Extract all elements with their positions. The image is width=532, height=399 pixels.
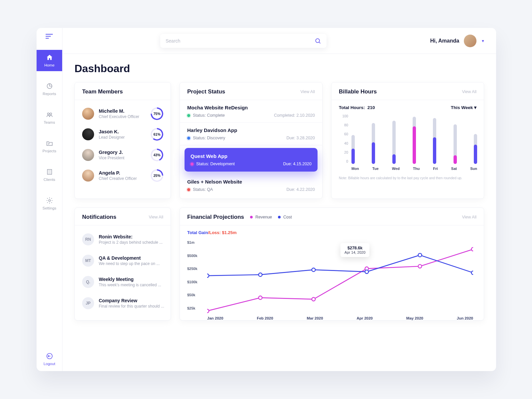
home-icon <box>46 54 53 61</box>
gain-loss-summary: Total Gain/Loss: $1.25m <box>180 225 484 235</box>
card-title: Project Status <box>187 88 225 95</box>
notifications-card: Notifications View All RN Ronin Website:… <box>74 207 171 321</box>
bar <box>372 123 375 164</box>
billable-hours-card: Billable Hours View All Total Hours: 210… <box>331 82 484 199</box>
progress-ring: 61% <box>151 128 163 141</box>
project-status: Status: Complete <box>187 113 225 118</box>
bar <box>474 134 477 164</box>
project-due: Due: 4.15.2020 <box>283 162 312 166</box>
card-title: Financial Projections <box>187 214 244 220</box>
svg-point-9 <box>312 298 316 301</box>
progress-ring: 25% <box>151 169 163 182</box>
building-icon <box>46 168 53 176</box>
progress-ring: 43% <box>151 149 163 161</box>
notification-row[interactable]: MT QA & Development We need to step up t… <box>82 250 163 271</box>
progress-ring: 75% <box>151 107 163 120</box>
member-role: Chief Executive Officer <box>99 114 151 119</box>
greeting: Hi, Amanda <box>430 38 459 44</box>
svg-point-7 <box>207 309 209 313</box>
member-role: Vice President <box>99 156 151 160</box>
total-hours-label: Total Hours: 210 <box>339 105 375 110</box>
project-row[interactable]: Mocha Website ReDesign Status: Complete … <box>180 100 322 123</box>
team-member-row[interactable]: Jason K. Lead Designer 61% <box>82 124 163 145</box>
bar <box>433 118 436 164</box>
billable-chart: 100806040200 MonTueWedThuFriSatSun <box>332 112 484 174</box>
svg-point-12 <box>471 247 473 251</box>
sidebar-item-settings[interactable]: Settings <box>37 193 62 214</box>
svg-point-13 <box>207 274 209 278</box>
content: Dashboard Team Members Michelle M. Chief… <box>63 54 496 371</box>
sidebar-item-clients[interactable]: Clients <box>37 164 62 186</box>
view-all-link[interactable]: View All <box>462 215 476 219</box>
sidebar-item-teams[interactable]: Teams <box>37 107 62 128</box>
member-photo <box>82 170 94 182</box>
notification-text: Final review for this quarter should ... <box>99 304 164 309</box>
notification-row[interactable]: Q. Weekly Meeting This week's meeting is… <box>82 271 163 293</box>
notification-row[interactable]: JP Company Review Final review for this … <box>82 293 163 314</box>
bar <box>413 117 416 164</box>
svg-point-1 <box>47 113 49 115</box>
search-box[interactable] <box>160 34 327 48</box>
logout-button[interactable]: Logout <box>44 352 55 366</box>
team-members-card: Team Members Michelle M. Chief Executive… <box>74 82 171 199</box>
sidebar-item-projects[interactable]: Projects <box>37 136 62 157</box>
project-row[interactable]: Giles + Nelson Website Status: QA Due: 4… <box>180 174 322 197</box>
notification-text: Project is 2 days behind schedule ... <box>99 240 163 245</box>
member-name: Michelle M. <box>99 108 151 114</box>
sidebar-label: Settings <box>43 206 57 210</box>
logout-icon <box>46 352 53 360</box>
main: Hi, Amanda ▼ Dashboard Team Members Mich… <box>63 28 496 371</box>
menu-toggle-icon[interactable] <box>46 34 54 39</box>
svg-rect-3 <box>47 170 52 175</box>
piechart-icon <box>46 82 53 90</box>
folder-icon <box>46 140 53 147</box>
range-dropdown[interactable]: This Week ▾ <box>451 105 476 110</box>
svg-point-6 <box>316 39 320 43</box>
project-name: Giles + Nelson Website <box>187 179 315 185</box>
svg-point-16 <box>365 270 369 274</box>
project-status: Status: Development <box>191 162 235 166</box>
notification-text: We need to step up the pace on ... <box>99 261 160 266</box>
sidebar-item-reports[interactable]: Reports <box>37 78 62 100</box>
logout-label: Logout <box>44 362 55 366</box>
financial-chart: $1m$500k$250k$100k$50k$25k Jan 2020Feb 2… <box>187 237 476 320</box>
svg-point-18 <box>471 271 473 275</box>
notification-badge: JP <box>82 297 94 309</box>
view-all-link[interactable]: View All <box>300 89 315 94</box>
svg-point-2 <box>50 113 52 115</box>
card-title: Team Members <box>82 88 123 95</box>
project-name: Mocha Website ReDesign <box>187 105 315 110</box>
view-all-link[interactable]: View All <box>149 215 163 219</box>
sidebar-label: Home <box>44 63 55 67</box>
card-title: Notifications <box>82 214 116 220</box>
project-row[interactable]: Quest Web App Status: Development Due: 4… <box>185 148 318 172</box>
notification-row[interactable]: RN Ronin Website: Project is 2 days behi… <box>82 229 163 250</box>
sidebar-label: Projects <box>43 149 57 153</box>
search-icon <box>315 38 321 44</box>
user-menu[interactable]: Hi, Amanda ▼ <box>430 35 485 47</box>
sidebar: Home Reports Teams Projects Clients Sett… <box>37 28 63 371</box>
svg-point-8 <box>259 296 262 300</box>
topbar: Hi, Amanda ▼ <box>63 28 496 54</box>
member-name: Angela P. <box>99 170 151 176</box>
team-member-row[interactable]: Gregory J. Vice President 43% <box>82 145 163 165</box>
sidebar-nav: Home Reports Teams Projects Clients Sett… <box>37 50 62 214</box>
page-title: Dashboard <box>74 63 484 75</box>
team-member-row[interactable]: Michelle M. Chief Executive Officer 75% <box>82 103 163 124</box>
member-role: Chief Creative Officer <box>99 176 151 181</box>
project-row[interactable]: Harley Davidson App Status: Discovery Du… <box>180 123 322 145</box>
sidebar-item-home[interactable]: Home <box>37 50 62 71</box>
view-all-link[interactable]: View All <box>462 89 476 94</box>
member-name: Jason K. <box>99 129 151 134</box>
search-input[interactable] <box>166 38 315 44</box>
member-photo <box>82 108 94 120</box>
member-photo <box>82 128 94 140</box>
gear-icon <box>46 197 53 204</box>
svg-point-11 <box>418 265 422 268</box>
chart-note: Note: Billable hours are calculated by t… <box>332 174 484 185</box>
app-shell: Home Reports Teams Projects Clients Sett… <box>37 28 496 371</box>
project-status: Status: Discovery <box>187 136 225 140</box>
chevron-down-icon: ▼ <box>481 39 485 43</box>
team-member-row[interactable]: Angela P. Chief Creative Officer 25% <box>82 165 163 186</box>
project-name: Harley Davidson App <box>187 127 315 133</box>
